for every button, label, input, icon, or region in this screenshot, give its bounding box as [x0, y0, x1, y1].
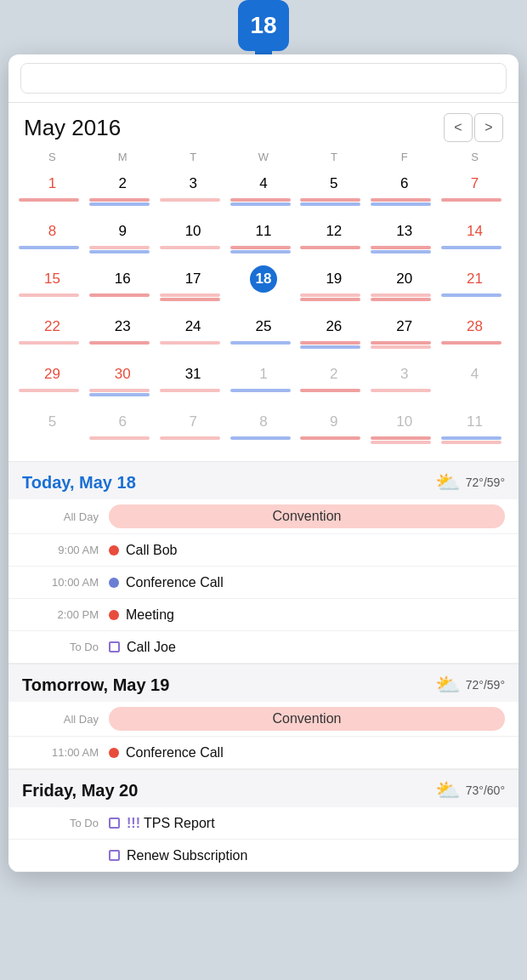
year-label: 2016 [71, 115, 121, 140]
day-name-wed: W [229, 147, 299, 167]
tomorrow-allday-label: All Day [22, 713, 99, 726]
date-may6[interactable]: 6 [391, 170, 418, 197]
todo-checkbox-renew[interactable] [109, 850, 120, 861]
today-weather: ⛅ 72°/59° [435, 470, 505, 494]
app-icon-area: 18 [238, 0, 289, 60]
date-jun11[interactable]: 11 [462, 408, 489, 436]
event-name-confcall-tmrw: Conference Call [126, 745, 224, 761]
today-weather-icon: ⛅ [435, 470, 461, 494]
date-may30[interactable]: 30 [109, 361, 136, 388]
day-name-sat: S [439, 147, 510, 167]
friday-weather-icon: ⛅ [435, 778, 461, 802]
cal-cell-jun10: 10 [369, 407, 439, 454]
date-may9[interactable]: 9 [109, 218, 136, 245]
date-may5[interactable]: 5 [320, 170, 348, 197]
prev-month-button[interactable]: < [444, 113, 473, 142]
date-jun9[interactable]: 9 [320, 408, 348, 436]
friday-event-tps[interactable]: To Do !!!TPS Report [8, 807, 518, 840]
cal-cell-may18: 18 [229, 264, 299, 311]
date-may28[interactable]: 28 [462, 313, 489, 340]
cal-cell-may23: 23 [88, 311, 158, 359]
date-jun3[interactable]: 3 [391, 361, 418, 388]
search-input[interactable] [20, 63, 507, 94]
todo-checkbox-tps[interactable] [109, 818, 120, 829]
date-may27[interactable]: 27 [391, 313, 418, 340]
cal-cell-may20: 20 [369, 264, 439, 311]
date-jun10[interactable]: 10 [391, 408, 418, 436]
tomorrow-weather: ⛅ 72°/59° [435, 673, 505, 697]
date-may20[interactable]: 20 [391, 265, 418, 293]
date-may10[interactable]: 10 [179, 218, 207, 245]
date-may4[interactable]: 4 [250, 170, 277, 197]
date-may21[interactable]: 21 [462, 265, 489, 293]
date-may24[interactable]: 24 [179, 313, 207, 340]
cal-cell-jun4: 4 [439, 359, 510, 407]
event-name-tps: !!!TPS Report [127, 816, 215, 831]
date-may19[interactable]: 19 [320, 265, 348, 293]
cal-cell-jun11: 11 [439, 407, 510, 454]
today-header: Today, May 18 ⛅ 72°/59° [8, 462, 518, 499]
day-name-fri: F [369, 147, 439, 167]
cal-cell-jun7: 7 [158, 407, 229, 454]
date-may18[interactable]: 18 [250, 265, 277, 293]
tomorrow-title: Tomorrow, May 19 [22, 675, 169, 695]
next-month-button[interactable]: > [474, 113, 503, 142]
date-jun4[interactable]: 4 [462, 361, 489, 388]
date-may23[interactable]: 23 [109, 313, 136, 340]
date-may12[interactable]: 12 [320, 218, 348, 245]
tomorrow-event-confcall[interactable]: 11:00 AM Conference Call [8, 737, 518, 769]
date-jun8[interactable]: 8 [250, 408, 277, 436]
cal-cell-may6: 6 [369, 168, 439, 216]
cal-cell-may11: 11 [229, 216, 299, 264]
date-may29[interactable]: 29 [38, 361, 65, 388]
date-jun1[interactable]: 1 [250, 361, 277, 388]
week-3: 15 16 17 18 19 [17, 264, 510, 311]
friday-weather-temp: 73°/60° [466, 783, 505, 797]
date-may14[interactable]: 14 [462, 218, 489, 245]
cal-cell-may31: 31 [158, 359, 229, 407]
event-time-900am: 9:00 AM [22, 544, 99, 556]
today-convention-event[interactable]: Convention [109, 504, 505, 528]
date-may26[interactable]: 26 [320, 313, 348, 340]
cal-cell-jun3: 3 [369, 359, 439, 407]
cal-cell-may28: 28 [439, 311, 510, 359]
date-may16[interactable]: 16 [109, 265, 136, 293]
date-may8[interactable]: 8 [38, 218, 65, 245]
week-6: 5 6 7 8 9 [17, 407, 510, 454]
date-may3[interactable]: 3 [179, 170, 207, 197]
date-jun7[interactable]: 7 [179, 408, 207, 436]
cal-cell-jun2: 2 [298, 359, 369, 407]
tomorrow-convention-event[interactable]: Convention [109, 707, 505, 731]
date-may22[interactable]: 22 [38, 313, 65, 340]
date-may7[interactable]: 7 [462, 170, 489, 197]
tomorrow-weather-icon: ⛅ [435, 673, 461, 697]
today-event-callbob[interactable]: 9:00 AM Call Bob [8, 534, 518, 567]
date-jun2[interactable]: 2 [320, 361, 348, 388]
date-may15[interactable]: 15 [38, 265, 65, 293]
tomorrow-header: Tomorrow, May 19 ⛅ 72°/59° [8, 664, 518, 702]
cal-cell-may29: 29 [17, 359, 88, 407]
date-may1[interactable]: 1 [38, 170, 65, 197]
event-time-1100am: 11:00 AM [22, 746, 99, 759]
friday-event-renew[interactable]: Renew Subscription [8, 840, 518, 872]
cal-cell-may30: 30 [88, 359, 158, 407]
date-jun5[interactable]: 5 [38, 408, 65, 436]
date-may31[interactable]: 31 [179, 361, 207, 388]
date-may13[interactable]: 13 [391, 218, 418, 245]
tomorrow-weather-temp: 72°/59° [466, 678, 505, 692]
date-may2[interactable]: 2 [109, 170, 136, 197]
todo-checkbox-calljoe[interactable] [109, 641, 120, 652]
date-jun6[interactable]: 6 [109, 408, 136, 436]
today-event-confcall[interactable]: 10:00 AM Conference Call [8, 567, 518, 599]
search-bar [8, 54, 518, 103]
cal-cell-may5: 5 [298, 168, 369, 216]
cal-cell-may19: 19 [298, 264, 369, 311]
todo-time-label: To Do [22, 641, 99, 653]
cal-cell-may9: 9 [88, 216, 158, 264]
date-may11[interactable]: 11 [250, 218, 277, 245]
date-may25[interactable]: 25 [250, 313, 277, 340]
cal-cell-may1: 1 [17, 168, 88, 216]
today-event-calljoe[interactable]: To Do Call Joe [8, 631, 518, 664]
today-event-meeting[interactable]: 2:00 PM Meeting [8, 599, 518, 631]
date-may17[interactable]: 17 [179, 265, 207, 293]
